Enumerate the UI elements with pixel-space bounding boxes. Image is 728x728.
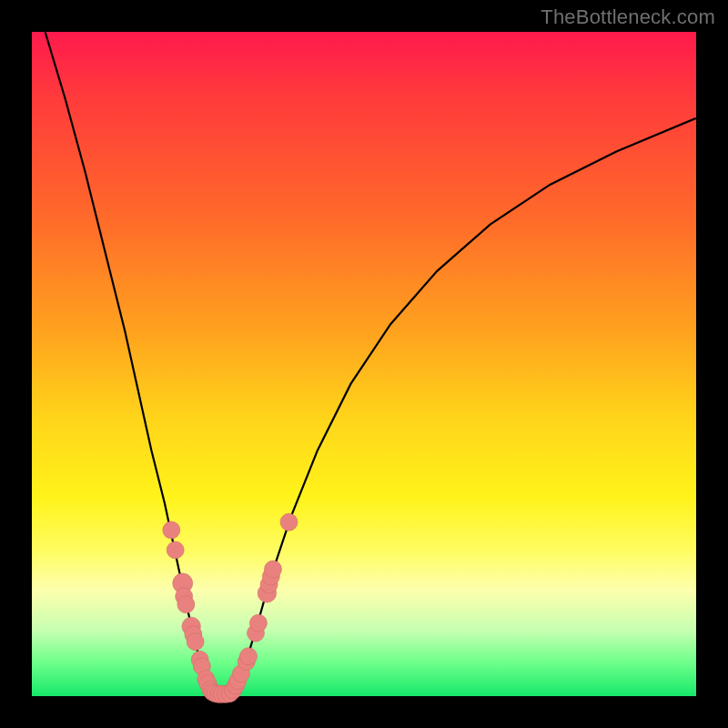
chart-svg xyxy=(32,32,696,696)
marker-layer xyxy=(163,513,298,703)
data-marker xyxy=(249,614,267,632)
watermark-text: TheBottleneck.com xyxy=(541,5,715,29)
right-branch-curve xyxy=(231,118,696,693)
data-marker xyxy=(265,561,282,578)
data-marker xyxy=(280,513,298,531)
data-marker xyxy=(239,648,257,665)
data-marker xyxy=(163,521,180,539)
data-marker xyxy=(167,541,184,559)
chart-frame: TheBottleneck.com xyxy=(0,0,728,728)
data-marker xyxy=(187,633,204,651)
data-marker xyxy=(177,596,195,613)
